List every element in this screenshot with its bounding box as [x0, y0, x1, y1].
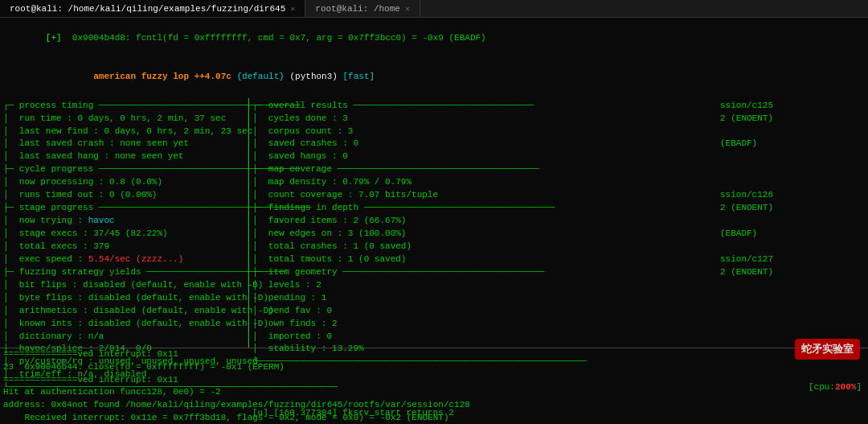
right-text-1: ssion/c125 — [720, 100, 865, 113]
right-text-8: ssion/c126 — [720, 189, 865, 202]
right-text-3 — [720, 126, 865, 138]
levels-line: │ levels : 2 — [252, 279, 704, 292]
known-ints-line: │ known ints : disabled (default, enable… — [3, 318, 245, 331]
right-panel: ┌─ overall results ─────────────────────… — [249, 98, 868, 348]
saved-hangs-line: │ saved hangs : 0 — [252, 150, 704, 163]
arithmetics-line: │ arithmetics : disabled (default, enabl… — [3, 305, 245, 318]
last-saved-hang-line: │ last saved hang : none seen yet — [3, 150, 245, 163]
overall-results-header: ┌─ overall results ─────────────────────… — [252, 100, 704, 113]
right-text-10 — [720, 215, 865, 228]
right-text-7 — [720, 176, 865, 189]
own-finds-line: │ own finds : 2 — [252, 318, 704, 331]
watermark: 蛇矛实验室 — [795, 339, 860, 360]
afl-header: [+] 0x9004b4d8: fcntl(fd = 0xffffffff, c… — [0, 18, 868, 98]
new-edges-line: │ new edges on : 3 (100.00%) — [252, 228, 704, 241]
last-new-find-line: │ last new find : 0 days, 0 hrs, 2 min, … — [3, 126, 245, 138]
main-content: [+] 0x9004b4d8: fcntl(fd = 0xffffffff, c… — [0, 18, 868, 424]
dictionary-line: │ dictionary : n/a — [3, 331, 245, 344]
now-processing-line: │ now processing : 0.8 (0.0%) — [3, 176, 245, 189]
top-section: ┌─ process timing ──────────────────────… — [0, 98, 868, 348]
total-execs-line: │ total execs : 379 — [3, 241, 245, 253]
now-trying-line: │ now trying : havoc — [3, 215, 245, 228]
favored-items-line: │ favored items : 2 (66.67%) — [252, 215, 704, 228]
corpus-count-line: │ corpus count : 3 — [252, 126, 704, 138]
count-coverage-line: │ count coverage : 7.07 bits/tuple — [252, 189, 704, 202]
right-text-4: (EBADF) — [720, 138, 865, 150]
item-geometry-header: ├─ item geometry ───────────────────────… — [252, 266, 704, 279]
saved-crashes-line: │ saved crashes : 0 — [252, 138, 704, 150]
right-text-5 — [720, 150, 865, 163]
tab-fuzzing[interactable]: root@kali: /home/kali/qiling/examples/fu… — [0, 0, 305, 17]
right-text-14: 2 (ENOENT) — [720, 266, 865, 279]
right-bottom: └───────────────────────────────────────… — [252, 356, 704, 368]
stability-line: │ stability : 13.29% — [252, 343, 704, 356]
stage-progress-header: ├─ stage progress ──────────────────────… — [3, 202, 245, 215]
afl-header-line2: american fuzzy lop ++4.07c {default} (py… — [3, 58, 865, 97]
right-text-11: (EBADF) — [720, 228, 865, 241]
right-text-9: 2 (ENOENT) — [720, 202, 865, 215]
byte-flips-line: │ byte flips : disabled (default, enable… — [3, 292, 245, 305]
bit-flips-line: │ bit flips : disabled (default, enable … — [3, 279, 245, 292]
findings-header: ├─ findings in depth ───────────────────… — [252, 202, 704, 215]
left-panel: ┌─ process timing ──────────────────────… — [0, 98, 249, 348]
pending-line: │ pending : 1 — [252, 292, 704, 305]
right-text-6 — [720, 163, 865, 176]
total-crashes-line: │ total crashes : 1 (0 saved) — [252, 241, 704, 253]
tab-home[interactable]: root@kali: /home ✕ — [305, 0, 420, 17]
process-timing-header: ┌─ process timing ──────────────────────… — [3, 100, 245, 113]
tab-fuzzing-label: root@kali: /home/kali/qiling/examples/fu… — [10, 4, 285, 14]
cycle-progress-header: ├─ cycle progress ──────────────────────… — [3, 163, 245, 176]
run-time-line: │ run time : 0 days, 0 hrs, 2 min, 37 se… — [3, 113, 245, 126]
stage-execs-line: │ stage execs : 37/45 (82.22%) — [3, 228, 245, 241]
tab-fuzzing-close[interactable]: ✕ — [290, 4, 295, 14]
right-text-12 — [720, 241, 865, 253]
runs-timed-out-line: │ runs timed out : 0 (0.00%) — [3, 189, 245, 202]
exec-speed-line: │ exec speed : 5.54/sec (zzzz...) — [3, 253, 245, 266]
cycles-done-line: │ cycles done : 3 — [252, 113, 704, 126]
map-coverage-header: ├─ map coverage ────────────────────────… — [252, 163, 704, 176]
right-text-2: 2 (ENOENT) — [720, 113, 865, 126]
imported-line: │ imported : 0 — [252, 331, 704, 344]
map-density-line: │ map density : 0.79% / 0.79% — [252, 176, 704, 189]
fuzzing-strategy-header: ├─ fuzzing strategy yields ─────────────… — [3, 266, 245, 279]
title-bar: root@kali: /home/kali/qiling/examples/fu… — [0, 0, 868, 18]
tab-home-close[interactable]: ✕ — [405, 4, 410, 14]
pend-fav-line: │ pend fav : 0 — [252, 305, 704, 318]
total-tmouts-line: │ total tmouts : 1 (0 saved) — [252, 253, 704, 266]
afl-header-line1: [+] 0x9004b4d8: fcntl(fd = 0xffffffff, c… — [3, 19, 865, 58]
watermark-label: 蛇矛实验室 — [795, 339, 860, 360]
last-saved-crash-line: │ last saved crash : none seen yet — [3, 138, 245, 150]
tab-home-label: root@kali: /home — [315, 4, 400, 14]
terminal: root@kali: /home/kali/qiling/examples/fu… — [0, 0, 868, 424]
right-text-13: ssion/c127 — [720, 253, 865, 266]
